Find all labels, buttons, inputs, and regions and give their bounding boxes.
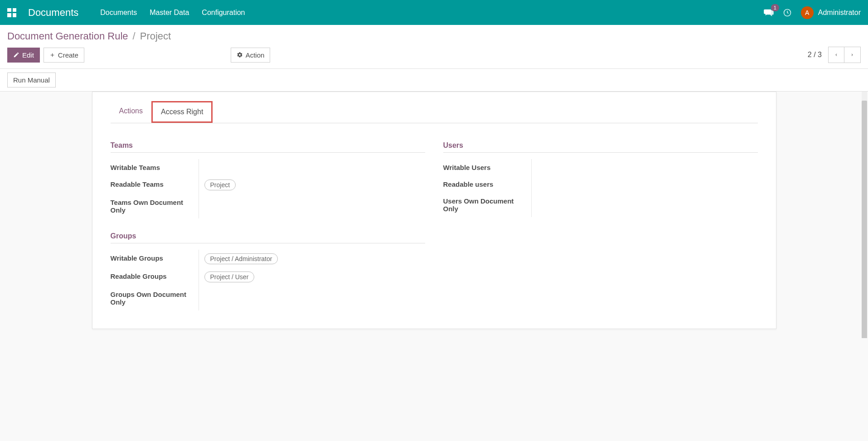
label-readable-users: Readable users — [443, 176, 532, 193]
top-navbar: Documents Documents Master Data Configur… — [0, 0, 868, 25]
scrollbar-thumb[interactable] — [862, 101, 867, 338]
value-writable-groups: Project / Administrator — [199, 250, 425, 268]
control-right: 2 / 3 — [808, 47, 861, 63]
chat-icon[interactable]: 1 — [764, 9, 774, 17]
label-writable-teams: Writable Teams — [111, 159, 199, 176]
apps-icon[interactable] — [7, 8, 16, 17]
label-teams-own: Teams Own Document Only — [111, 194, 199, 218]
pencil-icon — [13, 52, 19, 58]
create-button[interactable]: Create — [44, 48, 84, 63]
form-columns: Teams Writable Teams Readable Teams Proj… — [111, 137, 758, 310]
value-writable-users — [532, 159, 758, 176]
tab-bar: Actions Access Right — [111, 101, 758, 123]
value-readable-teams: Project — [199, 176, 425, 194]
tag-writable-groups-0[interactable]: Project / Administrator — [204, 253, 278, 264]
gear-icon — [237, 52, 243, 58]
sheet-wrap: Actions Access Right Teams Writable Team… — [0, 92, 868, 338]
breadcrumb-parent[interactable]: Document Generation Rule — [7, 30, 128, 42]
user-name: Administrator — [818, 9, 861, 17]
clock-icon[interactable] — [783, 8, 792, 17]
action-button[interactable]: Action — [231, 48, 271, 63]
nav-menu-documents[interactable]: Documents — [100, 9, 137, 17]
label-readable-teams: Readable Teams — [111, 176, 199, 194]
breadcrumb: Document Generation Rule / Project — [7, 30, 861, 42]
fields-users: Writable Users Readable users Users Own … — [443, 159, 758, 217]
action-button-label: Action — [246, 51, 265, 59]
avatar: A — [801, 6, 814, 19]
control-row: Edit Create Action 2 / 3 — [7, 47, 861, 63]
navbar-right: 1 A Administrator — [764, 6, 861, 19]
run-manual-button[interactable]: Run Manual — [7, 73, 56, 87]
col-left: Teams Writable Teams Readable Teams Proj… — [111, 137, 425, 310]
chevron-right-icon — [850, 52, 854, 58]
tab-access-right[interactable]: Access Right — [151, 101, 213, 123]
user-menu[interactable]: A Administrator — [801, 6, 861, 19]
pager-nav — [828, 47, 861, 63]
pager-text[interactable]: 2 / 3 — [808, 51, 822, 59]
tag-readable-teams-0[interactable]: Project — [204, 179, 236, 190]
nav-menu-configuration[interactable]: Configuration — [202, 9, 245, 17]
breadcrumb-sep: / — [133, 30, 136, 42]
run-manual-label: Run Manual — [13, 76, 50, 84]
value-users-own — [532, 193, 758, 217]
chevron-left-icon — [834, 52, 839, 58]
breadcrumb-current: Project — [140, 30, 171, 42]
control-panel: Document Generation Rule / Project Edit … — [0, 25, 868, 69]
create-button-label: Create — [58, 51, 78, 59]
navbar-left: Documents Documents Master Data Configur… — [7, 7, 245, 19]
fields-groups: Writable Groups Project / Administrator … — [111, 250, 425, 310]
plus-icon — [49, 52, 55, 58]
section-title-users: Users — [443, 141, 758, 153]
brand-title[interactable]: Documents — [28, 7, 78, 19]
section-title-teams: Teams — [111, 141, 425, 153]
label-writable-groups: Writable Groups — [111, 250, 199, 268]
value-readable-users — [532, 176, 758, 193]
value-writable-teams — [199, 159, 425, 176]
value-readable-groups: Project / User — [199, 268, 425, 286]
label-groups-own: Groups Own Document Only — [111, 286, 199, 310]
pager-prev-button[interactable] — [828, 47, 844, 63]
edit-button-label: Edit — [22, 51, 34, 59]
value-teams-own — [199, 194, 425, 218]
fields-teams: Writable Teams Readable Teams Project Te… — [111, 159, 425, 218]
status-bar: Run Manual — [0, 69, 868, 92]
value-groups-own — [199, 286, 425, 310]
control-left: Edit Create — [7, 48, 84, 63]
pager-next-button[interactable] — [844, 47, 861, 63]
section-title-groups: Groups — [111, 232, 425, 243]
nav-menu: Documents Master Data Configuration — [100, 9, 245, 17]
label-writable-users: Writable Users — [443, 159, 532, 176]
nav-menu-master-data[interactable]: Master Data — [150, 9, 189, 17]
col-right: Users Writable Users Readable users User… — [443, 137, 758, 310]
tag-readable-groups-0[interactable]: Project / User — [204, 271, 255, 282]
tab-actions[interactable]: Actions — [111, 101, 151, 123]
scrollbar[interactable] — [862, 92, 867, 338]
form-sheet: Actions Access Right Teams Writable Team… — [92, 92, 776, 329]
control-center: Action — [231, 48, 271, 63]
chat-badge: 1 — [771, 4, 779, 11]
edit-button[interactable]: Edit — [7, 48, 40, 63]
label-users-own: Users Own Document Only — [443, 193, 532, 217]
label-readable-groups: Readable Groups — [111, 268, 199, 286]
